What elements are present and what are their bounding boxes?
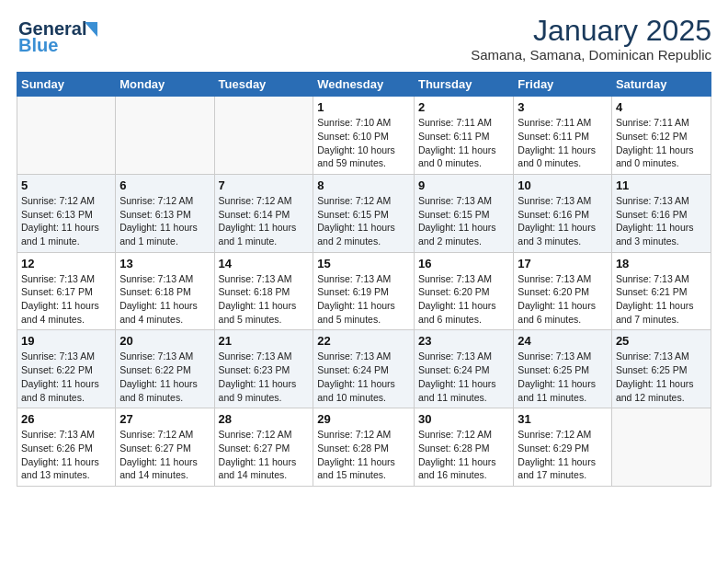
day-info: Sunrise: 7:13 AMSunset: 6:25 PMDaylight:… — [518, 350, 608, 404]
day-number: 18 — [616, 257, 707, 270]
calendar-cell-5-2: 27Sunrise: 7:12 AMSunset: 6:27 PMDayligh… — [116, 408, 214, 487]
day-info: Sunrise: 7:12 AMSunset: 6:28 PMDaylight:… — [418, 428, 509, 482]
day-info: Sunrise: 7:13 AMSunset: 6:16 PMDaylight:… — [616, 194, 707, 248]
location: Samana, Samana, Dominican Republic — [471, 47, 711, 63]
day-info: Sunrise: 7:12 AMSunset: 6:13 PMDaylight:… — [119, 194, 210, 248]
calendar-cell-3-3: 14Sunrise: 7:13 AMSunset: 6:18 PMDayligh… — [214, 252, 313, 330]
calendar-header-row: SundayMondayTuesdayWednesdayThursdayFrid… — [17, 73, 711, 97]
day-number: 20 — [119, 334, 210, 348]
day-info: Sunrise: 7:13 AMSunset: 6:23 PMDaylight:… — [219, 350, 310, 404]
day-info: Sunrise: 7:13 AMSunset: 6:24 PMDaylight:… — [317, 350, 410, 404]
calendar-week-4: 19Sunrise: 7:13 AMSunset: 6:22 PMDayligh… — [17, 330, 711, 408]
calendar-cell-2-2: 6Sunrise: 7:12 AMSunset: 6:13 PMDaylight… — [116, 174, 214, 252]
day-info: Sunrise: 7:11 AMSunset: 6:11 PMDaylight:… — [418, 116, 509, 170]
day-number: 6 — [119, 178, 210, 192]
calendar-cell-5-6: 31Sunrise: 7:12 AMSunset: 6:29 PMDayligh… — [514, 408, 612, 487]
day-info: Sunrise: 7:13 AMSunset: 6:26 PMDaylight:… — [21, 428, 111, 482]
day-number: 13 — [119, 257, 210, 270]
calendar-cell-4-1: 19Sunrise: 7:13 AMSunset: 6:22 PMDayligh… — [17, 330, 116, 408]
header-right: January 2025 Samana, Samana, Dominican R… — [471, 15, 711, 63]
day-info: Sunrise: 7:12 AMSunset: 6:27 PMDaylight:… — [119, 428, 210, 482]
day-info: Sunrise: 7:12 AMSunset: 6:29 PMDaylight:… — [518, 428, 608, 482]
day-info: Sunrise: 7:13 AMSunset: 6:20 PMDaylight:… — [518, 272, 608, 327]
calendar-cell-3-2: 13Sunrise: 7:13 AMSunset: 6:18 PMDayligh… — [116, 252, 214, 330]
calendar-cell-1-5: 2Sunrise: 7:11 AMSunset: 6:11 PMDaylight… — [414, 97, 513, 175]
day-info: Sunrise: 7:13 AMSunset: 6:15 PMDaylight:… — [418, 194, 509, 248]
calendar-cell-3-1: 12Sunrise: 7:13 AMSunset: 6:17 PMDayligh… — [17, 252, 116, 330]
day-info: Sunrise: 7:13 AMSunset: 6:17 PMDaylight:… — [21, 272, 111, 327]
day-number: 15 — [317, 257, 410, 270]
calendar-cell-5-1: 26Sunrise: 7:13 AMSunset: 6:26 PMDayligh… — [17, 408, 116, 487]
day-info: Sunrise: 7:12 AMSunset: 6:14 PMDaylight:… — [219, 194, 310, 248]
day-number: 29 — [317, 412, 410, 426]
day-number: 16 — [418, 257, 509, 270]
day-number: 1 — [317, 100, 410, 114]
day-number: 19 — [21, 334, 111, 348]
day-number: 10 — [518, 178, 608, 192]
day-number: 28 — [219, 412, 310, 426]
col-header-tuesday: Tuesday — [214, 73, 313, 97]
day-info: Sunrise: 7:13 AMSunset: 6:22 PMDaylight:… — [21, 350, 111, 404]
calendar-cell-5-7 — [611, 408, 711, 487]
day-number: 3 — [518, 100, 608, 114]
day-number: 30 — [418, 412, 509, 426]
calendar-week-5: 26Sunrise: 7:13 AMSunset: 6:26 PMDayligh… — [17, 408, 711, 487]
day-number: 31 — [518, 412, 608, 426]
calendar-cell-2-7: 11Sunrise: 7:13 AMSunset: 6:16 PMDayligh… — [611, 174, 711, 252]
calendar-cell-4-4: 22Sunrise: 7:13 AMSunset: 6:24 PMDayligh… — [313, 330, 415, 408]
calendar-cell-3-4: 15Sunrise: 7:13 AMSunset: 6:19 PMDayligh… — [313, 252, 415, 330]
day-number: 23 — [418, 334, 509, 348]
calendar-cell-3-5: 16Sunrise: 7:13 AMSunset: 6:20 PMDayligh… — [414, 252, 513, 330]
day-info: Sunrise: 7:12 AMSunset: 6:15 PMDaylight:… — [317, 194, 410, 248]
month-title: January 2025 — [471, 15, 711, 47]
col-header-friday: Friday — [514, 73, 612, 97]
day-number: 21 — [219, 334, 310, 348]
calendar-week-2: 5Sunrise: 7:12 AMSunset: 6:13 PMDaylight… — [17, 174, 711, 252]
day-info: Sunrise: 7:11 AMSunset: 6:11 PMDaylight:… — [518, 116, 608, 170]
calendar-cell-1-3 — [214, 97, 313, 175]
calendar-cell-2-5: 9Sunrise: 7:13 AMSunset: 6:15 PMDaylight… — [414, 174, 513, 252]
day-info: Sunrise: 7:13 AMSunset: 6:18 PMDaylight:… — [119, 272, 210, 327]
day-number: 7 — [219, 178, 310, 192]
svg-text:Blue: Blue — [18, 35, 58, 55]
calendar-table: SundayMondayTuesdayWednesdayThursdayFrid… — [17, 72, 711, 487]
day-number: 2 — [418, 100, 509, 114]
day-number: 5 — [21, 178, 111, 192]
col-header-monday: Monday — [116, 73, 214, 97]
day-number: 14 — [219, 257, 310, 270]
col-header-thursday: Thursday — [414, 73, 513, 97]
logo-svg: General Blue — [17, 15, 118, 55]
calendar-cell-1-1 — [17, 97, 116, 175]
calendar-cell-4-7: 25Sunrise: 7:13 AMSunset: 6:25 PMDayligh… — [611, 330, 711, 408]
calendar-cell-1-2 — [116, 97, 214, 175]
day-number: 22 — [317, 334, 410, 348]
calendar-cell-5-5: 30Sunrise: 7:12 AMSunset: 6:28 PMDayligh… — [414, 408, 513, 487]
calendar-week-3: 12Sunrise: 7:13 AMSunset: 6:17 PMDayligh… — [17, 252, 711, 330]
day-info: Sunrise: 7:13 AMSunset: 6:20 PMDaylight:… — [418, 272, 509, 327]
day-number: 24 — [518, 334, 608, 348]
calendar-cell-4-3: 21Sunrise: 7:13 AMSunset: 6:23 PMDayligh… — [214, 330, 313, 408]
calendar-cell-5-4: 29Sunrise: 7:12 AMSunset: 6:28 PMDayligh… — [313, 408, 415, 487]
col-header-wednesday: Wednesday — [313, 73, 415, 97]
logo: General Blue — [17, 15, 118, 59]
calendar-cell-4-5: 23Sunrise: 7:13 AMSunset: 6:24 PMDayligh… — [414, 330, 513, 408]
day-number: 11 — [616, 178, 707, 192]
calendar-cell-1-7: 4Sunrise: 7:11 AMSunset: 6:12 PMDaylight… — [611, 97, 711, 175]
day-number: 8 — [317, 178, 410, 192]
day-info: Sunrise: 7:12 AMSunset: 6:28 PMDaylight:… — [317, 428, 410, 482]
calendar-week-1: 1Sunrise: 7:10 AMSunset: 6:10 PMDaylight… — [17, 97, 711, 175]
day-number: 12 — [21, 257, 111, 270]
day-number: 4 — [616, 100, 707, 114]
day-info: Sunrise: 7:12 AMSunset: 6:27 PMDaylight:… — [219, 428, 310, 482]
day-number: 27 — [119, 412, 210, 426]
day-number: 17 — [518, 257, 608, 270]
day-info: Sunrise: 7:13 AMSunset: 6:21 PMDaylight:… — [616, 272, 707, 327]
day-info: Sunrise: 7:13 AMSunset: 6:18 PMDaylight:… — [219, 272, 310, 327]
calendar-cell-2-3: 7Sunrise: 7:12 AMSunset: 6:14 PMDaylight… — [214, 174, 313, 252]
calendar-cell-1-6: 3Sunrise: 7:11 AMSunset: 6:11 PMDaylight… — [514, 97, 612, 175]
header: General Blue January 2025 Samana, Samana… — [17, 15, 711, 63]
calendar-cell-2-6: 10Sunrise: 7:13 AMSunset: 6:16 PMDayligh… — [514, 174, 612, 252]
day-info: Sunrise: 7:12 AMSunset: 6:13 PMDaylight:… — [21, 194, 111, 248]
col-header-sunday: Sunday — [17, 73, 116, 97]
day-number: 9 — [418, 178, 509, 192]
